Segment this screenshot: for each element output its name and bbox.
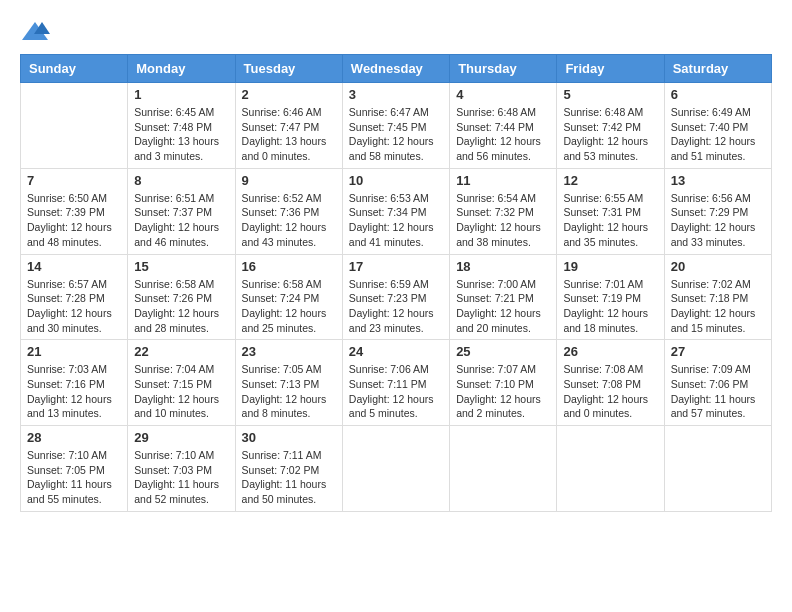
- day-info: Sunrise: 7:06 AMSunset: 7:11 PMDaylight:…: [349, 362, 443, 421]
- calendar-day-cell: 2Sunrise: 6:46 AMSunset: 7:47 PMDaylight…: [235, 83, 342, 169]
- calendar-day-cell: 26Sunrise: 7:08 AMSunset: 7:08 PMDayligh…: [557, 340, 664, 426]
- day-info: Sunrise: 7:05 AMSunset: 7:13 PMDaylight:…: [242, 362, 336, 421]
- weekday-header-wednesday: Wednesday: [342, 55, 449, 83]
- calendar-day-cell: 29Sunrise: 7:10 AMSunset: 7:03 PMDayligh…: [128, 426, 235, 512]
- day-number: 1: [134, 87, 228, 102]
- weekday-header-saturday: Saturday: [664, 55, 771, 83]
- empty-cell: [450, 426, 557, 512]
- calendar-day-cell: 11Sunrise: 6:54 AMSunset: 7:32 PMDayligh…: [450, 168, 557, 254]
- day-info: Sunrise: 6:58 AMSunset: 7:26 PMDaylight:…: [134, 277, 228, 336]
- calendar-week-row: 14Sunrise: 6:57 AMSunset: 7:28 PMDayligh…: [21, 254, 772, 340]
- calendar-day-cell: 12Sunrise: 6:55 AMSunset: 7:31 PMDayligh…: [557, 168, 664, 254]
- day-number: 8: [134, 173, 228, 188]
- day-number: 21: [27, 344, 121, 359]
- day-number: 25: [456, 344, 550, 359]
- day-info: Sunrise: 6:47 AMSunset: 7:45 PMDaylight:…: [349, 105, 443, 164]
- empty-cell: [342, 426, 449, 512]
- logo: [20, 20, 54, 44]
- calendar-day-cell: 18Sunrise: 7:00 AMSunset: 7:21 PMDayligh…: [450, 254, 557, 340]
- calendar-day-cell: 22Sunrise: 7:04 AMSunset: 7:15 PMDayligh…: [128, 340, 235, 426]
- calendar-day-cell: 27Sunrise: 7:09 AMSunset: 7:06 PMDayligh…: [664, 340, 771, 426]
- day-info: Sunrise: 6:55 AMSunset: 7:31 PMDaylight:…: [563, 191, 657, 250]
- day-number: 12: [563, 173, 657, 188]
- day-number: 17: [349, 259, 443, 274]
- calendar-week-row: 28Sunrise: 7:10 AMSunset: 7:05 PMDayligh…: [21, 426, 772, 512]
- day-info: Sunrise: 6:59 AMSunset: 7:23 PMDaylight:…: [349, 277, 443, 336]
- empty-cell: [21, 83, 128, 169]
- day-info: Sunrise: 6:51 AMSunset: 7:37 PMDaylight:…: [134, 191, 228, 250]
- day-info: Sunrise: 6:54 AMSunset: 7:32 PMDaylight:…: [456, 191, 550, 250]
- calendar-day-cell: 15Sunrise: 6:58 AMSunset: 7:26 PMDayligh…: [128, 254, 235, 340]
- weekday-header-sunday: Sunday: [21, 55, 128, 83]
- weekday-header-row: SundayMondayTuesdayWednesdayThursdayFrid…: [21, 55, 772, 83]
- day-info: Sunrise: 6:50 AMSunset: 7:39 PMDaylight:…: [27, 191, 121, 250]
- calendar-day-cell: 14Sunrise: 6:57 AMSunset: 7:28 PMDayligh…: [21, 254, 128, 340]
- day-number: 4: [456, 87, 550, 102]
- day-info: Sunrise: 6:56 AMSunset: 7:29 PMDaylight:…: [671, 191, 765, 250]
- day-info: Sunrise: 6:46 AMSunset: 7:47 PMDaylight:…: [242, 105, 336, 164]
- calendar-day-cell: 24Sunrise: 7:06 AMSunset: 7:11 PMDayligh…: [342, 340, 449, 426]
- calendar-day-cell: 30Sunrise: 7:11 AMSunset: 7:02 PMDayligh…: [235, 426, 342, 512]
- day-number: 13: [671, 173, 765, 188]
- weekday-header-monday: Monday: [128, 55, 235, 83]
- calendar-day-cell: 9Sunrise: 6:52 AMSunset: 7:36 PMDaylight…: [235, 168, 342, 254]
- day-info: Sunrise: 7:11 AMSunset: 7:02 PMDaylight:…: [242, 448, 336, 507]
- day-number: 29: [134, 430, 228, 445]
- day-info: Sunrise: 7:08 AMSunset: 7:08 PMDaylight:…: [563, 362, 657, 421]
- day-number: 19: [563, 259, 657, 274]
- calendar-day-cell: 5Sunrise: 6:48 AMSunset: 7:42 PMDaylight…: [557, 83, 664, 169]
- calendar-week-row: 7Sunrise: 6:50 AMSunset: 7:39 PMDaylight…: [21, 168, 772, 254]
- day-info: Sunrise: 7:04 AMSunset: 7:15 PMDaylight:…: [134, 362, 228, 421]
- calendar-day-cell: 4Sunrise: 6:48 AMSunset: 7:44 PMDaylight…: [450, 83, 557, 169]
- day-number: 23: [242, 344, 336, 359]
- day-number: 24: [349, 344, 443, 359]
- calendar-day-cell: 7Sunrise: 6:50 AMSunset: 7:39 PMDaylight…: [21, 168, 128, 254]
- day-info: Sunrise: 7:03 AMSunset: 7:16 PMDaylight:…: [27, 362, 121, 421]
- day-info: Sunrise: 6:45 AMSunset: 7:48 PMDaylight:…: [134, 105, 228, 164]
- calendar-week-row: 21Sunrise: 7:03 AMSunset: 7:16 PMDayligh…: [21, 340, 772, 426]
- calendar-day-cell: 8Sunrise: 6:51 AMSunset: 7:37 PMDaylight…: [128, 168, 235, 254]
- day-info: Sunrise: 6:48 AMSunset: 7:44 PMDaylight:…: [456, 105, 550, 164]
- weekday-header-tuesday: Tuesday: [235, 55, 342, 83]
- day-number: 10: [349, 173, 443, 188]
- page-header: [20, 20, 772, 44]
- calendar-day-cell: 21Sunrise: 7:03 AMSunset: 7:16 PMDayligh…: [21, 340, 128, 426]
- day-info: Sunrise: 7:10 AMSunset: 7:05 PMDaylight:…: [27, 448, 121, 507]
- day-number: 3: [349, 87, 443, 102]
- day-number: 5: [563, 87, 657, 102]
- day-number: 6: [671, 87, 765, 102]
- calendar-week-row: 1Sunrise: 6:45 AMSunset: 7:48 PMDaylight…: [21, 83, 772, 169]
- day-info: Sunrise: 7:09 AMSunset: 7:06 PMDaylight:…: [671, 362, 765, 421]
- day-info: Sunrise: 6:49 AMSunset: 7:40 PMDaylight:…: [671, 105, 765, 164]
- day-number: 28: [27, 430, 121, 445]
- calendar-day-cell: 3Sunrise: 6:47 AMSunset: 7:45 PMDaylight…: [342, 83, 449, 169]
- day-number: 27: [671, 344, 765, 359]
- empty-cell: [664, 426, 771, 512]
- day-info: Sunrise: 7:02 AMSunset: 7:18 PMDaylight:…: [671, 277, 765, 336]
- calendar-day-cell: 17Sunrise: 6:59 AMSunset: 7:23 PMDayligh…: [342, 254, 449, 340]
- calendar-day-cell: 16Sunrise: 6:58 AMSunset: 7:24 PMDayligh…: [235, 254, 342, 340]
- day-number: 2: [242, 87, 336, 102]
- day-info: Sunrise: 6:53 AMSunset: 7:34 PMDaylight:…: [349, 191, 443, 250]
- calendar-day-cell: 1Sunrise: 6:45 AMSunset: 7:48 PMDaylight…: [128, 83, 235, 169]
- calendar-day-cell: 6Sunrise: 6:49 AMSunset: 7:40 PMDaylight…: [664, 83, 771, 169]
- day-number: 18: [456, 259, 550, 274]
- day-info: Sunrise: 6:57 AMSunset: 7:28 PMDaylight:…: [27, 277, 121, 336]
- day-number: 20: [671, 259, 765, 274]
- weekday-header-friday: Friday: [557, 55, 664, 83]
- calendar-day-cell: 28Sunrise: 7:10 AMSunset: 7:05 PMDayligh…: [21, 426, 128, 512]
- day-info: Sunrise: 6:52 AMSunset: 7:36 PMDaylight:…: [242, 191, 336, 250]
- day-number: 15: [134, 259, 228, 274]
- day-info: Sunrise: 7:10 AMSunset: 7:03 PMDaylight:…: [134, 448, 228, 507]
- calendar-day-cell: 13Sunrise: 6:56 AMSunset: 7:29 PMDayligh…: [664, 168, 771, 254]
- day-info: Sunrise: 7:01 AMSunset: 7:19 PMDaylight:…: [563, 277, 657, 336]
- calendar-day-cell: 25Sunrise: 7:07 AMSunset: 7:10 PMDayligh…: [450, 340, 557, 426]
- day-number: 9: [242, 173, 336, 188]
- weekday-header-thursday: Thursday: [450, 55, 557, 83]
- day-info: Sunrise: 7:07 AMSunset: 7:10 PMDaylight:…: [456, 362, 550, 421]
- calendar-day-cell: 19Sunrise: 7:01 AMSunset: 7:19 PMDayligh…: [557, 254, 664, 340]
- calendar-day-cell: 10Sunrise: 6:53 AMSunset: 7:34 PMDayligh…: [342, 168, 449, 254]
- empty-cell: [557, 426, 664, 512]
- day-info: Sunrise: 6:48 AMSunset: 7:42 PMDaylight:…: [563, 105, 657, 164]
- day-info: Sunrise: 6:58 AMSunset: 7:24 PMDaylight:…: [242, 277, 336, 336]
